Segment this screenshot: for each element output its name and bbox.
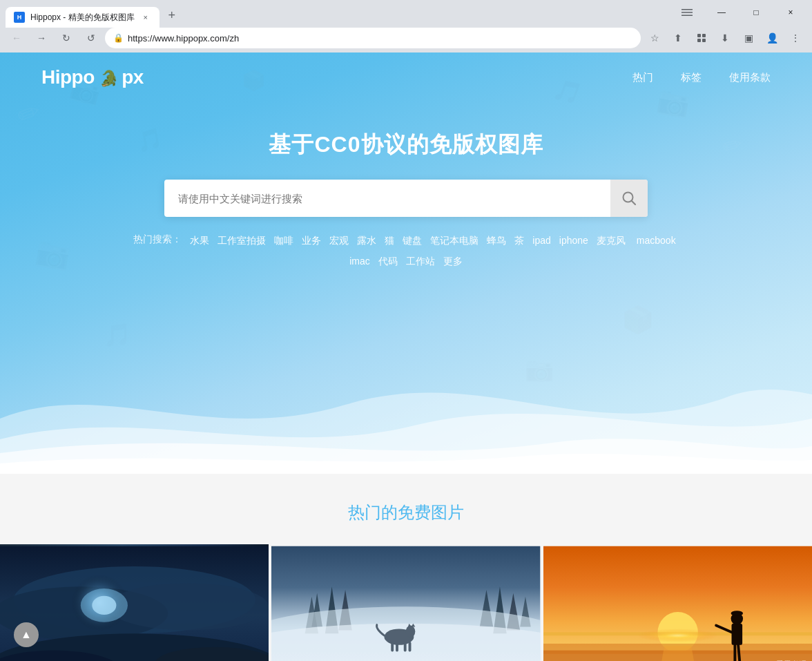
image-card-1[interactable]	[0, 544, 269, 661]
image-card-2[interactable]	[271, 544, 540, 661]
nav-link-tags[interactable]: 标签	[681, 71, 702, 84]
logo[interactable]: Hippo 🐊 px	[41, 66, 144, 88]
history-back-button[interactable]: ↺	[80, 27, 102, 49]
svg-rect-4	[702, 34, 706, 37]
svg-rect-60	[733, 644, 736, 661]
nav-link-terms[interactable]: 使用条款	[729, 71, 771, 84]
tab-favicon: H	[14, 12, 25, 23]
maximize-button[interactable]: □	[740, 1, 772, 23]
tab-bar: H Hippopx - 精美的免版权图库 × +	[6, 0, 671, 25]
svg-line-22	[632, 201, 636, 205]
bookmark-star-icon[interactable]: ☆	[644, 27, 666, 49]
svg-rect-62	[731, 624, 742, 645]
svg-rect-46	[392, 642, 394, 652]
svg-text:✏: ✏	[719, 130, 746, 161]
minimize-button[interactable]: —	[706, 1, 737, 23]
svg-rect-49	[409, 642, 412, 652]
main-content: 热门的免费图片	[0, 474, 812, 661]
hot-tag-macbook[interactable]: macbook	[634, 233, 679, 249]
address-bar: ← → ↻ ↺ 🔒 https://www.hippopx.com/zh ☆ ⬆…	[0, 25, 812, 52]
sidebar-icon[interactable]: ▣	[737, 27, 760, 49]
extension-icon[interactable]	[690, 27, 713, 49]
profile-icon[interactable]: 👤	[761, 27, 783, 49]
section-title: 热门的免费图片	[0, 501, 812, 524]
share-icon[interactable]: ⬆	[667, 27, 689, 49]
svg-rect-48	[404, 642, 407, 652]
site-nav: Hippo 🐊 px 热门 标签 使用条款	[0, 52, 812, 102]
svg-rect-3	[697, 34, 701, 37]
tab-close-button[interactable]: ×	[140, 12, 151, 23]
close-button[interactable]: ×	[775, 1, 806, 23]
nav-link-hot[interactable]: 热门	[632, 71, 653, 84]
url-display: https://www.hippopx.com/zh	[128, 33, 632, 44]
hot-tag-mao[interactable]: 猫	[382, 233, 397, 249]
browser-menu-icon[interactable]: ⋮	[784, 27, 806, 49]
svg-point-65	[731, 611, 743, 616]
svg-rect-5	[697, 39, 701, 42]
search-bar[interactable]	[164, 180, 648, 217]
hot-tag-gongzuoshi[interactable]: 工作室拍摄	[215, 233, 269, 249]
image-grid: 爱思考吧 isres.com	[0, 544, 812, 661]
hot-tag-lushui[interactable]: 露水	[354, 233, 379, 249]
nav-links: 热门 标签 使用条款	[632, 71, 771, 84]
svg-text:📦: 📦	[621, 304, 655, 336]
hot-tag-gongzuozhan[interactable]: 工作站	[403, 254, 438, 269]
svg-text:✏: ✏	[757, 249, 780, 279]
forward-button[interactable]: →	[30, 27, 52, 49]
hot-tag-fengniao[interactable]: 蜂鸟	[484, 233, 509, 249]
hot-tag-cha[interactable]: 茶	[512, 233, 527, 249]
new-tab-button[interactable]: +	[162, 6, 182, 25]
scroll-to-top-button[interactable]: ▲	[14, 622, 39, 647]
hero-title: 基于CC0协议的免版权图库	[269, 130, 543, 160]
title-bar: H Hippopx - 精美的免版权图库 × + — □ ×	[0, 0, 812, 25]
window-menu-icon	[671, 1, 703, 23]
image-card-3[interactable]: 爱思考吧 isres.com	[543, 544, 812, 661]
hot-tag-bijiben[interactable]: 笔记本电脑	[427, 233, 481, 249]
toolbar-icons: ☆ ⬆ ⬇ ▣ 👤 ⋮	[644, 27, 806, 49]
svg-rect-47	[396, 643, 398, 652]
hot-searches: 热门搜索： 水果 工作室拍摄 咖啡 业务 宏观 露水 猫 键盘 笔记本电脑 蜂鸟…	[130, 233, 682, 269]
hot-tag-jianpan[interactable]: 键盘	[400, 233, 425, 249]
hot-tag-iphone[interactable]: iphone	[557, 233, 591, 249]
svg-point-32	[92, 596, 116, 615]
svg-text:📷: 📷	[33, 234, 73, 273]
window-controls: — □ ×	[671, 1, 806, 23]
wave-decoration	[0, 336, 812, 474]
reload-button[interactable]: ↻	[55, 27, 77, 49]
hot-tag-more[interactable]: 更多	[441, 254, 465, 269]
hot-searches-label: 热门搜索：	[133, 233, 182, 249]
tab-title: Hippopx - 精美的免版权图库	[30, 12, 135, 23]
download-icon[interactable]: ⬇	[714, 27, 736, 49]
hero-content: 基于CC0协议的免版权图库 热门搜索： 水果 工作室拍摄 咖啡 业务 宏观 露	[130, 102, 682, 269]
hot-tag-imac[interactable]: imac	[347, 254, 373, 269]
hero-section: ✏ 📷 🎵 📷 ✏ 🎵 📦 🔋 📷 ✏ 🎵 📦 ✏ 📷 Hippo	[0, 52, 812, 474]
logo-text: Hippo 🐊 px	[41, 66, 144, 88]
hot-tag-daima[interactable]: 代码	[376, 254, 400, 269]
search-button[interactable]	[610, 180, 648, 217]
svg-rect-0	[682, 9, 693, 10]
hot-tag-yewu[interactable]: 业务	[299, 233, 324, 249]
svg-rect-6	[702, 39, 706, 42]
hot-tag-maikefeng[interactable]: 麦克风	[594, 233, 628, 249]
hot-tag-kafei[interactable]: 咖啡	[271, 233, 296, 249]
active-tab[interactable]: H Hippopx - 精美的免版权图库 ×	[6, 7, 160, 28]
lock-icon: 🔒	[113, 33, 124, 43]
browser-chrome: H Hippopx - 精美的免版权图库 × + — □ × ← → ↻ ↺ 🔒…	[0, 0, 812, 52]
hot-tag-ipad[interactable]: ipad	[530, 233, 553, 249]
svg-rect-1	[682, 12, 693, 13]
search-input[interactable]	[164, 193, 610, 204]
hot-tag-hongguan[interactable]: 宏观	[327, 233, 351, 249]
website-content: ✏ 📷 🎵 📷 ✏ 🎵 📦 🔋 📷 ✏ 🎵 📦 ✏ 📷 Hippo	[0, 52, 812, 661]
svg-rect-2	[682, 15, 693, 17]
address-input-wrap[interactable]: 🔒 https://www.hippopx.com/zh	[105, 28, 641, 48]
hot-tag-shuiguo[interactable]: 水果	[187, 233, 212, 249]
back-button[interactable]: ←	[6, 27, 28, 49]
